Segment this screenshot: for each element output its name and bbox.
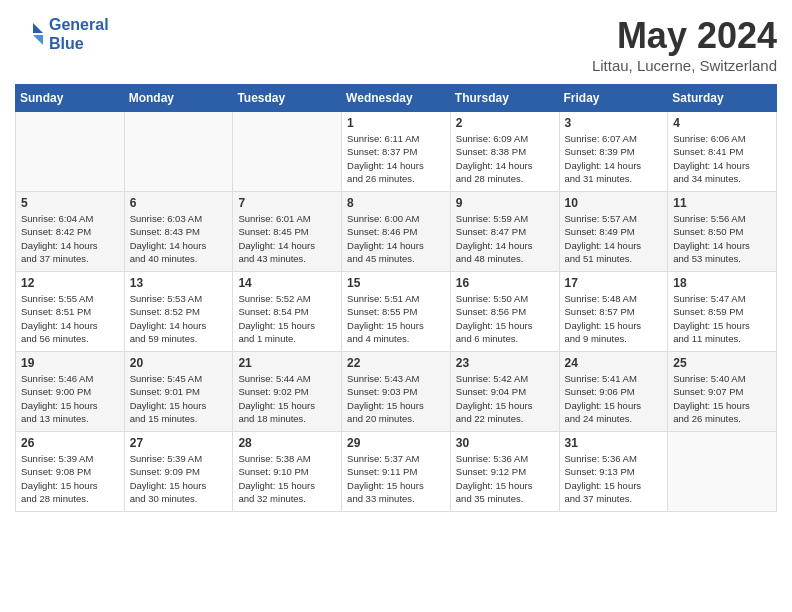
- cell-content: Sunrise: 5:53 AM Sunset: 8:52 PM Dayligh…: [130, 292, 228, 345]
- calendar-cell: [233, 112, 342, 192]
- calendar-cell: [16, 112, 125, 192]
- calendar-cell: 7Sunrise: 6:01 AM Sunset: 8:45 PM Daylig…: [233, 192, 342, 272]
- day-number: 22: [347, 356, 445, 370]
- calendar-cell: [124, 112, 233, 192]
- day-number: 24: [565, 356, 663, 370]
- cell-content: Sunrise: 5:51 AM Sunset: 8:55 PM Dayligh…: [347, 292, 445, 345]
- day-number: 25: [673, 356, 771, 370]
- day-number: 7: [238, 196, 336, 210]
- day-number: 15: [347, 276, 445, 290]
- calendar-cell: 11Sunrise: 5:56 AM Sunset: 8:50 PM Dayli…: [668, 192, 777, 272]
- weekday-header-wednesday: Wednesday: [342, 85, 451, 112]
- calendar-table: SundayMondayTuesdayWednesdayThursdayFrid…: [15, 84, 777, 512]
- calendar-week-2: 5Sunrise: 6:04 AM Sunset: 8:42 PM Daylig…: [16, 192, 777, 272]
- cell-content: Sunrise: 5:52 AM Sunset: 8:54 PM Dayligh…: [238, 292, 336, 345]
- calendar-cell: 10Sunrise: 5:57 AM Sunset: 8:49 PM Dayli…: [559, 192, 668, 272]
- day-number: 27: [130, 436, 228, 450]
- day-number: 16: [456, 276, 554, 290]
- cell-content: Sunrise: 5:45 AM Sunset: 9:01 PM Dayligh…: [130, 372, 228, 425]
- cell-content: Sunrise: 5:37 AM Sunset: 9:11 PM Dayligh…: [347, 452, 445, 505]
- calendar-cell: 19Sunrise: 5:46 AM Sunset: 9:00 PM Dayli…: [16, 352, 125, 432]
- day-number: 10: [565, 196, 663, 210]
- cell-content: Sunrise: 5:44 AM Sunset: 9:02 PM Dayligh…: [238, 372, 336, 425]
- calendar-cell: 23Sunrise: 5:42 AM Sunset: 9:04 PM Dayli…: [450, 352, 559, 432]
- calendar-cell: 18Sunrise: 5:47 AM Sunset: 8:59 PM Dayli…: [668, 272, 777, 352]
- day-number: 6: [130, 196, 228, 210]
- cell-content: Sunrise: 5:42 AM Sunset: 9:04 PM Dayligh…: [456, 372, 554, 425]
- day-number: 19: [21, 356, 119, 370]
- cell-content: Sunrise: 5:50 AM Sunset: 8:56 PM Dayligh…: [456, 292, 554, 345]
- calendar-cell: 5Sunrise: 6:04 AM Sunset: 8:42 PM Daylig…: [16, 192, 125, 272]
- calendar-cell: 6Sunrise: 6:03 AM Sunset: 8:43 PM Daylig…: [124, 192, 233, 272]
- calendar-cell: 13Sunrise: 5:53 AM Sunset: 8:52 PM Dayli…: [124, 272, 233, 352]
- calendar-cell: 14Sunrise: 5:52 AM Sunset: 8:54 PM Dayli…: [233, 272, 342, 352]
- day-number: 3: [565, 116, 663, 130]
- weekday-header-tuesday: Tuesday: [233, 85, 342, 112]
- cell-content: Sunrise: 5:39 AM Sunset: 9:09 PM Dayligh…: [130, 452, 228, 505]
- calendar-cell: 24Sunrise: 5:41 AM Sunset: 9:06 PM Dayli…: [559, 352, 668, 432]
- day-number: 17: [565, 276, 663, 290]
- cell-content: Sunrise: 5:40 AM Sunset: 9:07 PM Dayligh…: [673, 372, 771, 425]
- calendar-cell: 20Sunrise: 5:45 AM Sunset: 9:01 PM Dayli…: [124, 352, 233, 432]
- day-number: 26: [21, 436, 119, 450]
- cell-content: Sunrise: 5:55 AM Sunset: 8:51 PM Dayligh…: [21, 292, 119, 345]
- weekday-header-sunday: Sunday: [16, 85, 125, 112]
- day-number: 4: [673, 116, 771, 130]
- calendar-week-5: 26Sunrise: 5:39 AM Sunset: 9:08 PM Dayli…: [16, 432, 777, 512]
- day-number: 11: [673, 196, 771, 210]
- logo-icon: [15, 19, 45, 49]
- title-area: May 2024 Littau, Lucerne, Switzerland: [592, 15, 777, 74]
- calendar-cell: 26Sunrise: 5:39 AM Sunset: 9:08 PM Dayli…: [16, 432, 125, 512]
- calendar-cell: 30Sunrise: 5:36 AM Sunset: 9:12 PM Dayli…: [450, 432, 559, 512]
- day-number: 20: [130, 356, 228, 370]
- calendar-subtitle: Littau, Lucerne, Switzerland: [592, 57, 777, 74]
- day-number: 9: [456, 196, 554, 210]
- calendar-cell: 28Sunrise: 5:38 AM Sunset: 9:10 PM Dayli…: [233, 432, 342, 512]
- cell-content: Sunrise: 5:38 AM Sunset: 9:10 PM Dayligh…: [238, 452, 336, 505]
- calendar-cell: 8Sunrise: 6:00 AM Sunset: 8:46 PM Daylig…: [342, 192, 451, 272]
- day-number: 14: [238, 276, 336, 290]
- calendar-week-4: 19Sunrise: 5:46 AM Sunset: 9:00 PM Dayli…: [16, 352, 777, 432]
- calendar-cell: 17Sunrise: 5:48 AM Sunset: 8:57 PM Dayli…: [559, 272, 668, 352]
- calendar-week-3: 12Sunrise: 5:55 AM Sunset: 8:51 PM Dayli…: [16, 272, 777, 352]
- day-number: 28: [238, 436, 336, 450]
- calendar-cell: 12Sunrise: 5:55 AM Sunset: 8:51 PM Dayli…: [16, 272, 125, 352]
- calendar-cell: 4Sunrise: 6:06 AM Sunset: 8:41 PM Daylig…: [668, 112, 777, 192]
- day-number: 13: [130, 276, 228, 290]
- day-number: 29: [347, 436, 445, 450]
- svg-marker-1: [33, 35, 43, 45]
- calendar-cell: 21Sunrise: 5:44 AM Sunset: 9:02 PM Dayli…: [233, 352, 342, 432]
- svg-marker-0: [33, 23, 43, 33]
- cell-content: Sunrise: 6:00 AM Sunset: 8:46 PM Dayligh…: [347, 212, 445, 265]
- header: General Blue May 2024 Littau, Lucerne, S…: [15, 15, 777, 74]
- day-number: 18: [673, 276, 771, 290]
- weekday-header-saturday: Saturday: [668, 85, 777, 112]
- cell-content: Sunrise: 5:59 AM Sunset: 8:47 PM Dayligh…: [456, 212, 554, 265]
- cell-content: Sunrise: 6:06 AM Sunset: 8:41 PM Dayligh…: [673, 132, 771, 185]
- weekday-header-monday: Monday: [124, 85, 233, 112]
- weekday-header-friday: Friday: [559, 85, 668, 112]
- calendar-cell: 16Sunrise: 5:50 AM Sunset: 8:56 PM Dayli…: [450, 272, 559, 352]
- calendar-week-1: 1Sunrise: 6:11 AM Sunset: 8:37 PM Daylig…: [16, 112, 777, 192]
- logo: General Blue: [15, 15, 109, 53]
- logo-text: General Blue: [49, 15, 109, 53]
- calendar-cell: [668, 432, 777, 512]
- cell-content: Sunrise: 6:07 AM Sunset: 8:39 PM Dayligh…: [565, 132, 663, 185]
- day-number: 12: [21, 276, 119, 290]
- day-number: 31: [565, 436, 663, 450]
- cell-content: Sunrise: 5:48 AM Sunset: 8:57 PM Dayligh…: [565, 292, 663, 345]
- day-number: 5: [21, 196, 119, 210]
- calendar-cell: 27Sunrise: 5:39 AM Sunset: 9:09 PM Dayli…: [124, 432, 233, 512]
- calendar-cell: 29Sunrise: 5:37 AM Sunset: 9:11 PM Dayli…: [342, 432, 451, 512]
- calendar-cell: 9Sunrise: 5:59 AM Sunset: 8:47 PM Daylig…: [450, 192, 559, 272]
- calendar-cell: 2Sunrise: 6:09 AM Sunset: 8:38 PM Daylig…: [450, 112, 559, 192]
- day-number: 1: [347, 116, 445, 130]
- day-number: 23: [456, 356, 554, 370]
- cell-content: Sunrise: 5:39 AM Sunset: 9:08 PM Dayligh…: [21, 452, 119, 505]
- cell-content: Sunrise: 5:56 AM Sunset: 8:50 PM Dayligh…: [673, 212, 771, 265]
- cell-content: Sunrise: 5:46 AM Sunset: 9:00 PM Dayligh…: [21, 372, 119, 425]
- cell-content: Sunrise: 5:36 AM Sunset: 9:12 PM Dayligh…: [456, 452, 554, 505]
- cell-content: Sunrise: 6:03 AM Sunset: 8:43 PM Dayligh…: [130, 212, 228, 265]
- cell-content: Sunrise: 5:47 AM Sunset: 8:59 PM Dayligh…: [673, 292, 771, 345]
- cell-content: Sunrise: 6:11 AM Sunset: 8:37 PM Dayligh…: [347, 132, 445, 185]
